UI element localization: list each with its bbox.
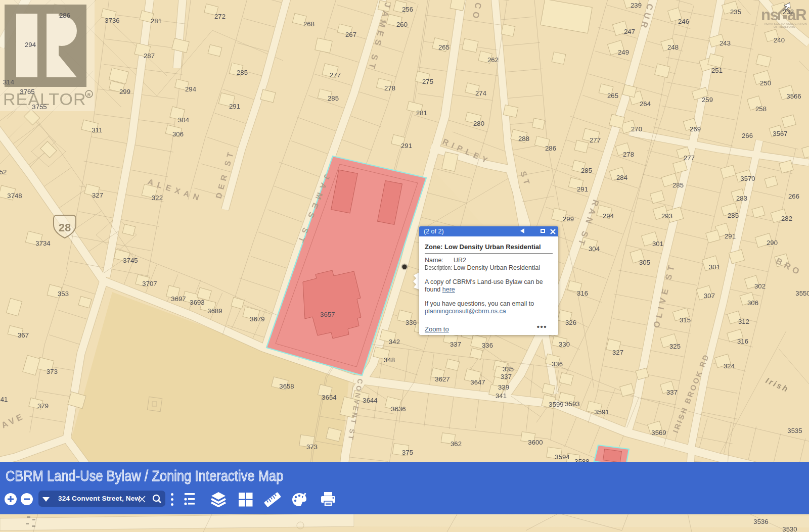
svg-text:3745: 3745 <box>123 257 138 264</box>
svg-text:324: 324 <box>724 362 735 370</box>
svg-text:294: 294 <box>25 41 36 49</box>
svg-text:301: 301 <box>652 240 663 248</box>
svg-text:281: 281 <box>151 17 162 25</box>
svg-text:R: R <box>87 92 91 98</box>
svg-text:339: 339 <box>498 383 509 391</box>
svg-text:3755: 3755 <box>32 103 47 111</box>
svg-text:367: 367 <box>18 331 29 339</box>
svg-text:247: 247 <box>624 28 635 35</box>
svg-text:327: 327 <box>92 191 103 199</box>
svg-text:3530: 3530 <box>782 525 797 532</box>
svg-text:330: 330 <box>559 341 570 348</box>
svg-text:240: 240 <box>774 36 785 44</box>
svg-text:266: 266 <box>742 132 753 139</box>
svg-text:291: 291 <box>401 142 412 150</box>
svg-text:3536: 3536 <box>753 518 768 525</box>
svg-text:379: 379 <box>37 402 49 410</box>
svg-text:301: 301 <box>709 263 720 271</box>
svg-text:285: 285 <box>237 69 248 76</box>
svg-text:335: 335 <box>503 365 514 373</box>
svg-text:250: 250 <box>760 79 771 87</box>
svg-text:281: 281 <box>416 109 427 117</box>
svg-text:286: 286 <box>545 144 556 152</box>
svg-text:337: 337 <box>450 341 461 348</box>
svg-text:3748: 3748 <box>7 192 22 200</box>
svg-text:243: 243 <box>720 39 731 47</box>
svg-text:3599: 3599 <box>549 401 563 408</box>
svg-text:299: 299 <box>119 88 130 95</box>
svg-text:268: 268 <box>303 20 314 28</box>
svg-text:3697: 3697 <box>171 295 186 303</box>
svg-text:304: 304 <box>589 245 600 253</box>
svg-text:3734: 3734 <box>35 239 50 247</box>
svg-text:277: 277 <box>590 136 601 144</box>
svg-text:258: 258 <box>755 105 767 113</box>
svg-text:ns: ns <box>761 6 778 24</box>
svg-text:291: 291 <box>229 103 240 110</box>
svg-text:3567: 3567 <box>773 130 787 137</box>
svg-text:337: 337 <box>501 373 512 380</box>
svg-text:284: 284 <box>616 174 627 181</box>
svg-text:337: 337 <box>666 389 678 396</box>
svg-text:302: 302 <box>754 282 766 290</box>
svg-text:251: 251 <box>711 67 723 74</box>
svg-text:325: 325 <box>669 343 681 350</box>
svg-text:290: 290 <box>767 239 778 247</box>
svg-text:285: 285 <box>328 94 339 102</box>
svg-text:299: 299 <box>563 215 574 223</box>
svg-text:265: 265 <box>607 92 618 100</box>
svg-text:278: 278 <box>384 84 395 92</box>
svg-text:OF REALTORS: OF REALTORS <box>774 25 795 28</box>
svg-text:373: 373 <box>47 368 58 375</box>
svg-text:375: 375 <box>402 449 413 456</box>
svg-text:314: 314 <box>3 78 14 86</box>
svg-text:260: 260 <box>396 21 408 28</box>
svg-text:232: 232 <box>783 8 794 16</box>
svg-text:246: 246 <box>678 18 689 25</box>
svg-text:293: 293 <box>661 212 672 220</box>
svg-text:327: 327 <box>612 349 623 356</box>
svg-text:270: 270 <box>631 125 642 133</box>
svg-text:342: 342 <box>389 338 400 346</box>
svg-text:3657: 3657 <box>320 311 335 318</box>
svg-text:262: 262 <box>487 56 499 64</box>
svg-text:291: 291 <box>725 232 736 240</box>
svg-text:283: 283 <box>736 195 747 202</box>
svg-text:315: 315 <box>680 316 691 324</box>
svg-text:41: 41 <box>1 396 8 403</box>
svg-text:275: 275 <box>422 78 433 85</box>
svg-text:341: 341 <box>496 392 507 400</box>
svg-text:265: 265 <box>438 43 450 51</box>
svg-text:3679: 3679 <box>250 315 264 323</box>
svg-text:336: 336 <box>406 319 417 326</box>
svg-text:373: 373 <box>306 443 318 451</box>
svg-text:282: 282 <box>781 215 792 222</box>
svg-text:272: 272 <box>214 13 226 20</box>
svg-text:3593: 3593 <box>565 400 579 408</box>
svg-text:307: 307 <box>704 292 715 300</box>
svg-text:3654: 3654 <box>322 394 336 401</box>
svg-text:277: 277 <box>330 71 341 79</box>
svg-text:304: 304 <box>178 116 189 124</box>
svg-text:266: 266 <box>788 192 799 200</box>
svg-text:316: 316 <box>737 337 748 345</box>
svg-text:306: 306 <box>747 299 758 307</box>
svg-text:306: 306 <box>172 130 184 138</box>
svg-text:285: 285 <box>581 167 592 174</box>
svg-text:3600: 3600 <box>528 439 543 446</box>
svg-text:353: 353 <box>58 290 69 298</box>
svg-text:259: 259 <box>702 96 713 104</box>
svg-text:269: 269 <box>690 125 701 133</box>
svg-text:288: 288 <box>518 135 529 142</box>
svg-text:3647: 3647 <box>470 378 485 386</box>
svg-text:316: 316 <box>577 289 588 297</box>
svg-text:267: 267 <box>345 31 356 38</box>
svg-text:294: 294 <box>603 212 614 220</box>
svg-text:3627: 3627 <box>435 375 450 383</box>
svg-text:235: 235 <box>730 8 741 16</box>
svg-text:322: 322 <box>152 194 163 202</box>
svg-text:3693: 3693 <box>190 299 204 306</box>
svg-text:264: 264 <box>640 100 651 108</box>
svg-text:3707: 3707 <box>142 280 157 287</box>
svg-text:3550: 3550 <box>795 289 809 297</box>
